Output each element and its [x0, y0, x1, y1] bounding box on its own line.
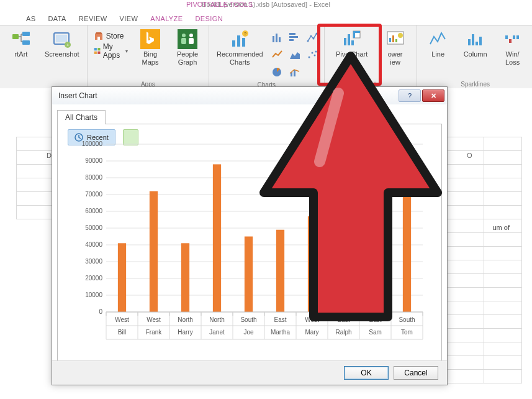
myapps-icon — [94, 46, 101, 56]
stock-chart-button[interactable] — [304, 29, 320, 45]
svg-rect-12 — [97, 52, 100, 54]
svg-rect-26 — [279, 37, 281, 42]
svg-rect-8 — [97, 37, 100, 40]
svg-rect-53 — [472, 34, 474, 45]
radar-chart-button[interactable] — [304, 64, 320, 80]
svg-rect-11 — [94, 52, 96, 54]
svg-text:East: East — [369, 316, 381, 323]
svg-rect-52 — [468, 39, 471, 45]
svg-rect-9 — [94, 48, 96, 50]
svg-rect-40 — [294, 70, 295, 76]
smartart-icon — [11, 29, 31, 49]
svg-text:20000: 20000 — [85, 275, 102, 282]
smartart-label: rtArt — [15, 50, 28, 58]
svg-rect-88 — [276, 230, 284, 312]
svg-rect-86 — [213, 164, 221, 312]
ok-button[interactable]: OK — [344, 366, 389, 380]
svg-rect-0 — [12, 34, 19, 39]
svg-rect-4 — [56, 35, 67, 42]
recommended-charts-button[interactable]: ? Recommended Charts — [213, 27, 267, 69]
context-tools-label: PIVOTTABLE TOOLS — [186, 0, 253, 9]
peoplegraph-icon — [178, 29, 197, 49]
tab-view[interactable]: VIEW — [114, 12, 145, 25]
grid-cells-right[interactable] — [446, 137, 522, 383]
close-icon: ✕ — [431, 92, 436, 100]
tab-analyze[interactable]: ANALYZE — [144, 12, 189, 25]
svg-rect-19 — [232, 40, 235, 47]
pivotchart-label: PivotChart — [336, 50, 367, 58]
smartart-button[interactable]: rtArt — [4, 27, 38, 61]
column-chart-button[interactable] — [269, 29, 286, 45]
sparkline-line-button[interactable]: Line — [421, 27, 456, 61]
svg-text:Tom: Tom — [401, 329, 413, 336]
sparkline-line-icon — [428, 29, 448, 49]
svg-text:Janet: Janet — [209, 329, 225, 336]
svg-text:0: 0 — [99, 308, 102, 315]
svg-rect-25 — [276, 34, 277, 42]
recommended-charts-label: Recommended Charts — [217, 50, 263, 66]
help-button[interactable]: ? — [399, 89, 421, 102]
cancel-button[interactable]: Cancel — [394, 366, 438, 380]
combo-chart-button[interactable] — [287, 64, 303, 80]
svg-rect-27 — [289, 33, 295, 35]
svg-text:West: West — [305, 316, 319, 323]
store-label: Store — [106, 32, 124, 40]
line-chart-button[interactable] — [269, 47, 286, 63]
close-button[interactable]: ✕ — [422, 89, 444, 102]
svg-point-51 — [398, 33, 403, 38]
peoplegraph-button[interactable]: People Graph — [170, 27, 205, 69]
sparkline-winloss-icon — [503, 29, 523, 49]
sparkline-line-label: Line — [431, 50, 444, 58]
store-button[interactable]: Store — [91, 29, 130, 43]
pie-chart-button[interactable] — [269, 64, 286, 80]
powerview-button[interactable]: ower iew — [378, 27, 413, 69]
screenshot-label: Screenshot — [45, 50, 79, 58]
svg-text:Ralph: Ralph — [335, 329, 351, 336]
area-chart-button[interactable] — [287, 47, 303, 63]
sparkline-column-button[interactable]: Column — [458, 27, 493, 61]
scatter-chart-button[interactable] — [304, 47, 320, 63]
svg-point-37 — [315, 51, 317, 53]
svg-point-34 — [308, 57, 310, 58]
sparkline-winloss-button[interactable]: Win/ Loss — [495, 27, 530, 69]
svg-point-17 — [189, 34, 193, 37]
svg-rect-18 — [189, 38, 194, 44]
tab-as[interactable]: AS — [20, 12, 42, 25]
tab-all-charts[interactable]: All Charts — [57, 110, 106, 124]
svg-text:Martha: Martha — [271, 329, 291, 336]
bingmaps-button[interactable]: Bing Maps — [133, 27, 168, 69]
tab-data[interactable]: DATA — [42, 12, 72, 25]
chart-preview-frame: Recent 010000200003000040000500006000070… — [57, 124, 442, 366]
dialog-body: All Charts Recent 0100002000030000400005… — [52, 104, 447, 361]
screenshot-button[interactable]: + Screenshot — [41, 27, 83, 61]
chart-preview[interactable]: 0100002000030000400005000060000700008000… — [69, 138, 429, 349]
svg-rect-90 — [340, 193, 348, 312]
svg-text:60000: 60000 — [85, 208, 102, 214]
svg-rect-92 — [403, 196, 411, 312]
dialog-title-bar[interactable]: Insert Chart ? ✕ — [52, 87, 447, 105]
myapps-button[interactable]: My Apps ▾ — [91, 44, 130, 58]
ribbon: rtArt + Screenshot Store My Apps ▾ — [0, 25, 532, 89]
svg-rect-83 — [118, 243, 126, 312]
svg-point-30 — [307, 40, 309, 42]
tab-review[interactable]: REVIEW — [73, 12, 114, 25]
powerview-label: ower iew — [388, 50, 403, 66]
svg-rect-28 — [289, 36, 298, 38]
bing-icon — [140, 29, 160, 49]
svg-rect-2 — [22, 40, 30, 45]
svg-text:50000: 50000 — [85, 224, 102, 231]
svg-text:40000: 40000 — [85, 241, 102, 248]
tab-design[interactable]: DESIGN — [189, 12, 229, 25]
svg-text:North: North — [209, 316, 224, 323]
pivotchart-button[interactable]: PivotChart — [328, 27, 376, 61]
svg-rect-49 — [392, 35, 394, 42]
svg-rect-56 — [505, 35, 508, 39]
sparkline-winloss-label: Win/ Loss — [505, 50, 520, 66]
svg-text:South: South — [399, 316, 415, 323]
svg-rect-85 — [181, 243, 189, 312]
svg-rect-1 — [22, 32, 30, 36]
bar-chart-button[interactable] — [287, 29, 303, 45]
svg-rect-43 — [351, 40, 354, 45]
svg-rect-58 — [513, 35, 515, 39]
svg-text:10000: 10000 — [85, 291, 102, 298]
